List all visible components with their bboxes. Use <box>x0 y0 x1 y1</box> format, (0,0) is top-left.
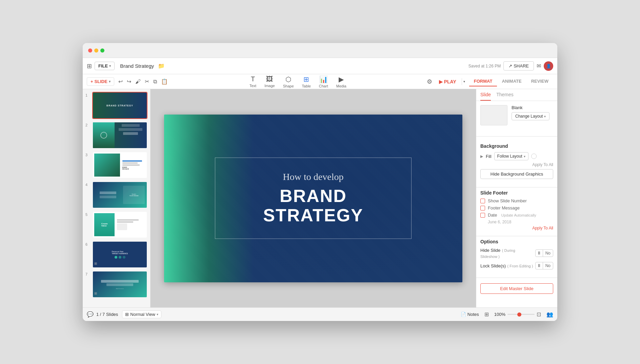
change-layout-button[interactable]: Change Layout ▾ <box>512 112 549 120</box>
chevron-down-icon: ▾ <box>109 80 111 83</box>
apps-icon[interactable]: ⊞ <box>87 62 92 70</box>
slide-item-5[interactable]: 5 CreateValue <box>85 211 147 238</box>
hide-background-button[interactable]: Hide Background Graphics <box>480 169 553 179</box>
settings-icon[interactable]: ⚙ <box>427 78 432 85</box>
zoom-area: 100% ⊡ <box>494 311 541 318</box>
slide-item-7[interactable]: 7 Add Emotion ⊞ <box>85 271 147 298</box>
fit-to-window-icon[interactable]: ⊡ <box>537 311 541 318</box>
footer-message-checkbox[interactable] <box>480 206 485 210</box>
tab-slide[interactable]: Slide <box>480 92 491 101</box>
image-icon: 🖼 <box>266 75 273 83</box>
shape-icon: ⬡ <box>285 75 291 83</box>
add-slide-button[interactable]: + SLIDE ▾ <box>87 77 114 86</box>
insert-media-tool[interactable]: ▶ Media <box>333 74 350 89</box>
footer-apply-all[interactable]: Apply To All <box>480 226 553 230</box>
insert-table-tool[interactable]: ⊞ Table <box>299 74 314 89</box>
show-slide-number-checkbox[interactable] <box>480 199 485 203</box>
layout-thumbnail <box>480 105 507 125</box>
paste-button[interactable]: 📋 <box>160 77 169 86</box>
slide-item-6[interactable]: 6 Focus on YourTARGET AUDIENCE ⊞ <box>85 241 147 268</box>
slide-text-box[interactable]: How to develop BRAND STRATEGY <box>215 158 412 239</box>
insert-text-tool[interactable]: T Text <box>246 74 260 89</box>
slide-thumb-1[interactable]: BRAND STRATEGY <box>92 92 147 119</box>
layout-section: Blank Change Layout ▾ <box>476 101 557 134</box>
file-menu-button[interactable]: FILE ▾ <box>95 62 115 70</box>
fill-select[interactable]: Follow Layout ▾ <box>494 152 528 160</box>
apply-to-all-text[interactable]: Apply To All <box>480 162 553 167</box>
user-avatar[interactable]: 👤 <box>544 61 553 71</box>
media-icon: ▶ <box>339 75 344 83</box>
zoom-slider[interactable] <box>507 314 535 315</box>
lock-slide-toggle[interactable]: II No <box>535 262 553 269</box>
slide-thumb-5[interactable]: CreateValue <box>92 211 147 238</box>
zoom-percentage: 100% <box>494 312 505 317</box>
app-window: ⊞ FILE ▾ Brand Strategy 📁 Saved at 1:26 … <box>83 43 557 321</box>
close-button[interactable] <box>88 48 92 53</box>
share-button[interactable]: ↗ SHARE <box>503 61 534 70</box>
undo-button[interactable]: ↩ <box>117 77 124 86</box>
hide-slide-toggle[interactable]: II No <box>535 249 553 257</box>
bottom-bar: 💬 1 / 7 Slides ⊞ Normal View ▾ 📄 Notes ⊞… <box>83 307 557 321</box>
slide-thumb-2[interactable] <box>92 122 147 149</box>
copy-button[interactable]: ⧉ <box>152 77 158 86</box>
insert-shape-tool[interactable]: ⬡ Shape <box>280 74 297 89</box>
date-checkbox[interactable] <box>480 213 485 218</box>
collapse-icon[interactable]: ▶ <box>480 154 483 159</box>
tab-review[interactable]: REVIEW <box>526 77 553 86</box>
plus-icon: + <box>91 79 93 84</box>
footer-section: Slide Footer Show Slide Number Footer Me… <box>476 190 557 233</box>
play-chevron-icon[interactable]: ▾ <box>463 80 465 83</box>
title-bar <box>83 43 557 58</box>
tab-animate[interactable]: ANIMATE <box>497 77 526 86</box>
divider <box>462 78 462 85</box>
slide-item-2[interactable]: 2 <box>85 122 147 149</box>
maximize-button[interactable] <box>100 48 104 53</box>
canvas-area[interactable]: How to develop BRAND STRATEGY <box>151 89 476 307</box>
users-icon[interactable]: 👥 <box>546 311 553 318</box>
chat-icon[interactable]: 💬 <box>87 311 94 318</box>
traffic-lights <box>88 48 104 53</box>
slide-counter: 1 / 7 Slides <box>96 312 118 317</box>
color-picker[interactable] <box>531 154 537 159</box>
slide-item-1[interactable]: 1 BRAND STRATEGY <box>85 92 147 119</box>
slide-thumb-7[interactable]: Add Emotion ⊞ <box>92 271 147 298</box>
slide-expand-icon[interactable]: ⊞ <box>94 260 97 266</box>
notes-button[interactable]: 📄 Notes <box>461 312 479 317</box>
redo-button[interactable]: ↪ <box>125 77 133 86</box>
grid-icon[interactable]: ⊞ <box>484 311 489 318</box>
lock-slide-row: Lock Slide(s) ( From Editing ) II No <box>480 262 553 269</box>
divider <box>476 278 557 278</box>
edit-master-button[interactable]: Edit Master Slide <box>480 283 553 294</box>
slide-thumb-6[interactable]: Focus on YourTARGET AUDIENCE ⊞ <box>92 241 147 268</box>
table-icon: ⊞ <box>303 75 309 83</box>
notes-icon: 📄 <box>461 312 466 317</box>
insert-image-tool[interactable]: 🖼 Image <box>261 74 278 89</box>
share-icon: ↗ <box>508 63 512 68</box>
chevron-down-icon: ▾ <box>544 115 546 118</box>
slide-item-4[interactable]: 4 InspireYOUR BRAND <box>85 181 147 208</box>
minimize-button[interactable] <box>94 48 98 53</box>
cut-button[interactable]: ✂ <box>143 77 151 86</box>
slide-canvas: How to develop BRAND STRATEGY <box>164 115 462 282</box>
footer-title: Slide Footer <box>480 190 553 196</box>
tab-format[interactable]: FORMAT <box>469 77 497 86</box>
date-item: Date Update Automatically <box>480 213 553 218</box>
show-slide-number-item: Show Slide Number <box>480 198 553 203</box>
divider <box>476 187 557 187</box>
tab-themes[interactable]: Themes <box>496 92 514 101</box>
play-button[interactable]: ▶ PLAY <box>435 77 460 86</box>
background-section: Background ▶ Fill Follow Layout ▾ Apply … <box>476 139 557 184</box>
paint-format-button[interactable]: 🖌 <box>134 77 142 86</box>
right-panel-scroll: Blank Change Layout ▾ Background ▶ <box>476 101 557 307</box>
slide-item-3[interactable]: 3 BRANDMESSAGE <box>85 151 147 179</box>
slide-panel: 1 BRAND STRATEGY 2 <box>83 89 151 307</box>
slide-thumb-4[interactable]: InspireYOUR BRAND <box>92 181 147 208</box>
view-selector[interactable]: ⊞ Normal View ▾ <box>122 310 161 318</box>
folder-icon[interactable]: 📁 <box>158 63 165 69</box>
chevron-down-icon: ▾ <box>524 155 525 158</box>
slide-thumb-3[interactable]: BRANDMESSAGE <box>92 151 147 179</box>
document-title[interactable]: Brand Strategy <box>120 63 154 69</box>
mail-icon[interactable]: ✉ <box>537 63 541 69</box>
second-toolbar: + SLIDE ▾ ↩ ↪ 🖌 ✂ ⧉ 📋 T Text 🖼 Image ⬡ S… <box>83 74 557 89</box>
insert-chart-tool[interactable]: 📊 Chart <box>316 74 332 89</box>
